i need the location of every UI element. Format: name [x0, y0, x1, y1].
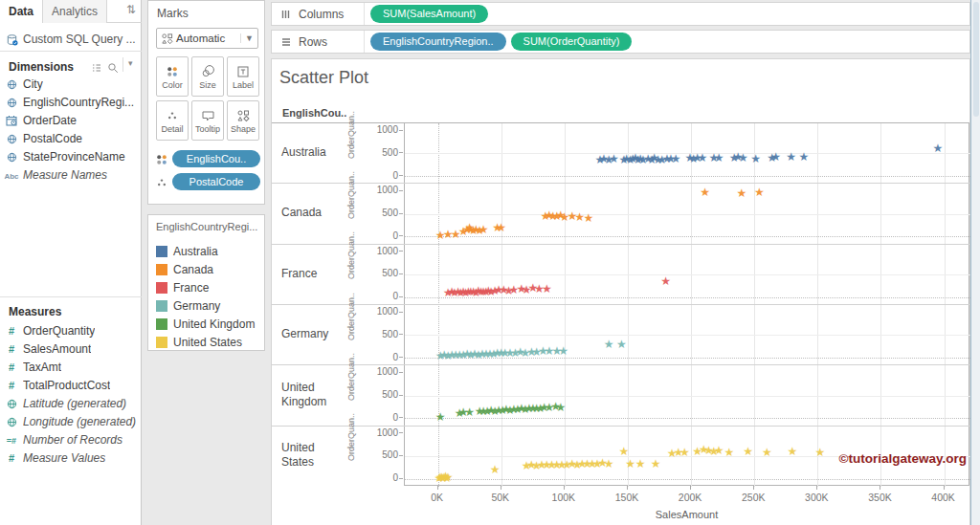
scatter-mark[interactable]: ★: [714, 152, 724, 164]
dimension-field-item[interactable]: City: [0, 75, 142, 93]
scatter-mark[interactable]: ★: [750, 152, 761, 164]
legend-item[interactable]: France: [148, 278, 266, 296]
measure-field-item[interactable]: #OrderQuantity: [0, 321, 142, 339]
hash-icon: #: [0, 380, 23, 391]
scatter-mark[interactable]: ★: [762, 447, 772, 458]
tooltip-icon: [192, 101, 223, 124]
scatter-mark[interactable]: ★: [604, 339, 614, 350]
measure-field-item[interactable]: #TaxAmt: [0, 358, 142, 376]
tab-data[interactable]: Data: [0, 0, 43, 23]
scatter-mark[interactable]: ★: [651, 457, 661, 469]
scatter-mark[interactable]: ★: [700, 186, 710, 198]
scatter-mark[interactable]: ★: [555, 401, 566, 412]
size-button[interactable]: Size: [191, 56, 224, 97]
vertical-scrollbar[interactable]: [970, 0, 980, 525]
scatter-mark[interactable]: ★: [479, 224, 489, 235]
shelf-pill[interactable]: EnglishCountryRegion..: [370, 33, 506, 51]
scatter-mark[interactable]: ★: [743, 446, 753, 457]
scatter-mark[interactable]: ★: [815, 447, 826, 458]
measure-field-item[interactable]: #SalesAmount: [0, 339, 142, 358]
measure-field-item[interactable]: Longitude (generated): [0, 412, 142, 430]
scatter-mark[interactable]: ★: [724, 446, 734, 457]
tab-analytics[interactable]: Analytics: [43, 0, 107, 23]
row-dimension-header[interactable]: EnglishCou..: [282, 107, 346, 119]
swap-panes-icon[interactable]: ⇅: [126, 3, 136, 16]
legend-item[interactable]: United Kingdom: [148, 315, 266, 333]
row-header-united-states[interactable]: United States: [281, 426, 348, 486]
scatter-mark[interactable]: ★: [558, 345, 568, 357]
row-header-united-kingdom[interactable]: United Kingdom: [281, 364, 348, 425]
measure-field-item[interactable]: #TotalProductCost: [0, 376, 142, 394]
marks-pill[interactable]: EnglishCou..: [172, 150, 260, 167]
legend-item[interactable]: Germany: [148, 296, 266, 315]
scatter-mark[interactable]: ★: [443, 471, 454, 483]
scatter-mark[interactable]: ★: [660, 275, 671, 287]
scatter-mark[interactable]: ★: [435, 411, 446, 423]
measure-field-item[interactable]: =#Number of Records: [0, 430, 142, 448]
measure-field-item[interactable]: Latitude (generated): [0, 394, 142, 412]
data-source-item[interactable]: Custom SQL Query ...: [0, 29, 142, 50]
sheet-title: Scatter Plot: [279, 68, 368, 88]
y-tick-label: 500: [356, 449, 398, 460]
scatter-mark[interactable]: ★: [619, 446, 630, 457]
dimension-field-item[interactable]: EnglishCountryRegi...: [0, 93, 142, 111]
database-icon: [0, 33, 23, 46]
row-header-germany[interactable]: Germany: [281, 304, 348, 364]
color-button[interactable]: Color: [156, 56, 189, 97]
scatter-mark[interactable]: ★: [738, 152, 748, 164]
search-icon[interactable]: [107, 58, 119, 76]
shelf-pill[interactable]: SUM(SalesAmount): [370, 5, 488, 23]
scatter-mark[interactable]: ★: [798, 151, 809, 163]
scatter-mark[interactable]: ★: [714, 445, 724, 456]
tooltip-button[interactable]: Tooltip: [191, 100, 224, 141]
dimension-field-item[interactable]: PostalCode: [0, 129, 142, 147]
scrollbar-thumb[interactable]: [973, 2, 979, 117]
legend-item[interactable]: United States: [148, 333, 266, 351]
detail-button[interactable]: Detail: [156, 100, 189, 141]
row-header-france[interactable]: France: [281, 244, 348, 304]
watermark: ©tutorialgateway.org: [839, 451, 967, 466]
scatter-mark[interactable]: ★: [679, 447, 690, 458]
globe-icon: [0, 96, 23, 108]
y-axis-title: OrderQuan..: [346, 266, 356, 279]
rows-shelf[interactable]: Rows EnglishCountryRegion..SUM(OrderQuan…: [271, 30, 970, 54]
scatter-mark[interactable]: ★: [635, 458, 646, 470]
label-button[interactable]: Label: [227, 56, 259, 97]
dimension-field-item[interactable]: StateProvinceName: [0, 147, 142, 165]
marks-pill[interactable]: PostalCode: [172, 173, 260, 190]
scatter-mark[interactable]: ★: [496, 222, 506, 233]
mark-type-dropdown[interactable]: Automatic ▼: [156, 28, 258, 49]
x-tick-mark: [437, 486, 438, 490]
scatter-mark[interactable]: ★: [464, 406, 475, 418]
scatter-mark[interactable]: ★: [698, 152, 708, 164]
detail-icon: [157, 101, 188, 124]
scatter-mark[interactable]: ★: [542, 283, 552, 295]
scatter-mark[interactable]: ★: [786, 151, 796, 163]
shape-button[interactable]: Shape: [227, 100, 259, 141]
shelf-pill[interactable]: SUM(OrderQuantity): [511, 33, 633, 51]
dimensions-menu-caret-icon[interactable]: ▾: [128, 58, 133, 68]
view-list-icon[interactable]: [91, 58, 102, 76]
scatter-mark[interactable]: ★: [933, 142, 944, 153]
zero-reference-line: [405, 418, 970, 419]
scatter-mark[interactable]: ★: [788, 446, 798, 457]
scatter-mark[interactable]: ★: [609, 153, 619, 164]
row-header-canada[interactable]: Canada: [281, 183, 348, 243]
dimension-field-item[interactable]: AbcMeasure Names: [0, 165, 142, 184]
scatter-mark[interactable]: ★: [584, 212, 594, 224]
scatter-mark[interactable]: ★: [490, 464, 501, 475]
scatter-mark[interactable]: ★: [616, 339, 627, 350]
scatter-mark[interactable]: ★: [770, 151, 781, 163]
columns-shelf[interactable]: Columns SUM(SalesAmount): [271, 2, 970, 26]
scatter-mark[interactable]: ★: [604, 457, 614, 469]
gridline-vertical: [945, 123, 946, 487]
row-header-australia[interactable]: Australia: [281, 122, 348, 183]
scatter-mark[interactable]: ★: [671, 153, 681, 164]
dimension-field-item[interactable]: OrderDate: [0, 111, 142, 129]
legend-item[interactable]: Canada: [148, 260, 266, 278]
scatter-mark[interactable]: ★: [737, 187, 747, 199]
legend-item[interactable]: Australia: [148, 242, 266, 260]
scatter-mark[interactable]: ★: [625, 458, 635, 470]
scatter-mark[interactable]: ★: [754, 186, 765, 198]
measure-field-item[interactable]: #Measure Values: [0, 448, 142, 467]
